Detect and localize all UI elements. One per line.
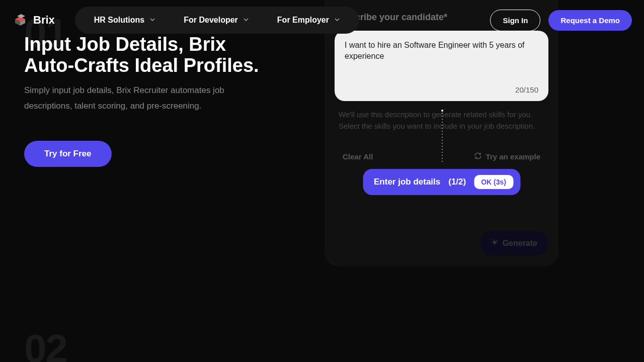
try-for-free-button[interactable]: Try for Free — [24, 141, 112, 167]
chevron-down-icon — [334, 16, 340, 25]
brand-logo[interactable]: Brix — [12, 12, 55, 28]
nav-hr-solutions[interactable]: HR Solutions — [80, 12, 170, 29]
section-number-02: 02 — [24, 326, 67, 362]
hero-subtitle: Simply input job details, Brix Recruiter… — [24, 83, 246, 114]
tooltip-text: Enter job details — [374, 177, 440, 187]
nav-item-label: For Developer — [184, 16, 238, 25]
header-actions: Sign In Request a Demo — [490, 10, 632, 31]
nav-for-developer[interactable]: For Developer — [170, 12, 263, 29]
nav-item-label: For Employer — [277, 16, 329, 25]
brand-name: Brix — [33, 14, 55, 27]
tooltip-ok-button[interactable]: OK (3s) — [474, 175, 513, 189]
request-demo-button[interactable]: Request a Demo — [548, 10, 632, 31]
main-content: 01 Input Job Details, Brix Auto-Crafts I… — [0, 0, 644, 362]
svg-point-2 — [441, 110, 443, 112]
hero-title-line2: Auto-Crafts Ideal Profiles. — [24, 55, 259, 76]
nav-pill: HR Solutions For Developer For Employer — [75, 7, 359, 34]
textarea-value: I want to hire an Software Engineer with… — [345, 40, 538, 62]
nav-item-label: HR Solutions — [94, 16, 144, 25]
header: Brix HR Solutions For Developer For Empl… — [0, 0, 644, 40]
hero-title: Input Job Details, Brix Auto-Crafts Idea… — [24, 34, 259, 76]
sign-in-button[interactable]: Sign In — [490, 10, 540, 31]
nav-for-employer[interactable]: For Employer — [263, 12, 354, 29]
char-count: 20/150 — [515, 85, 538, 94]
onboarding-tooltip: Enter job details (1/2) OK (3s) — [363, 169, 520, 195]
chevron-down-icon — [149, 16, 155, 25]
tooltip-step: (1/2) — [448, 177, 466, 187]
brix-logo-icon — [12, 12, 28, 28]
job-description-input[interactable]: I want to hire an Software Engineer with… — [335, 31, 548, 101]
chevron-down-icon — [243, 16, 249, 25]
onboarding-connector — [441, 110, 442, 164]
